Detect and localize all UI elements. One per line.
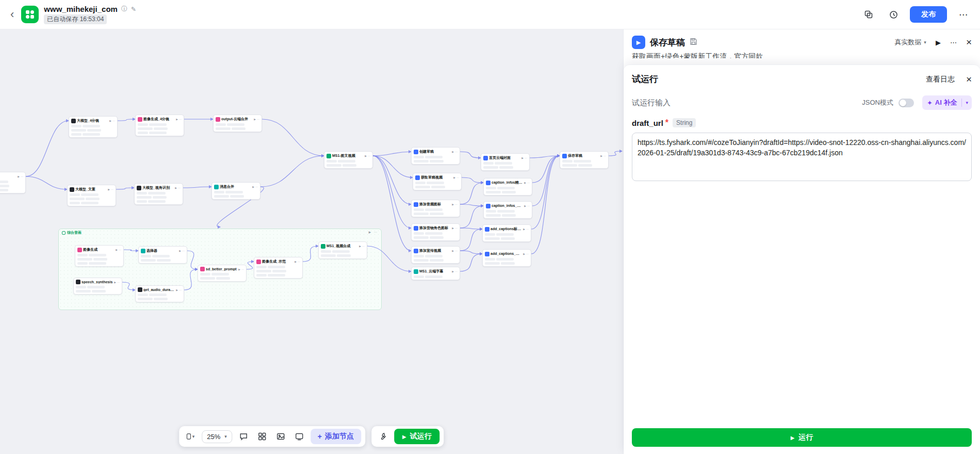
node-run-icon[interactable]: ▶: [254, 118, 256, 121]
node-run-icon[interactable]: ▶: [452, 203, 454, 206]
workflow-node-c4[interactable]: add_captions标题字幕▶⋯: [482, 224, 531, 242]
node-more-icon[interactable]: ⋯: [241, 268, 244, 271]
node-more-icon[interactable]: ⋯: [455, 203, 458, 206]
view-logs-link[interactable]: 查看日志: [926, 75, 955, 84]
node-run-icon[interactable]: ▶: [108, 188, 110, 191]
node-run-icon[interactable]: ▶: [523, 252, 525, 255]
node-run-icon[interactable]: ▶: [18, 175, 20, 178]
workflow-node-r1[interactable]: 创建草稿▶⋯: [411, 147, 460, 165]
history-icon[interactable]: [885, 6, 902, 23]
workflow-node-ms1[interactable]: MS1-图文视频▶⋯: [324, 151, 373, 169]
panel-close-icon[interactable]: ×: [966, 37, 972, 48]
workflow-canvas[interactable]: 综合音画 ▶ ⋯ 开始▶⋯大模型_4分镜▶⋯图像生成_4分镜▶⋯output-云…: [0, 29, 623, 454]
node-more-icon[interactable]: ⋯: [527, 204, 530, 207]
node-run-icon[interactable]: ▶: [452, 226, 454, 230]
back-button[interactable]: ‹: [8, 9, 16, 20]
node-more-icon[interactable]: ⋯: [526, 252, 529, 255]
node-run-icon[interactable]: ▶: [359, 245, 361, 248]
workflow-node-r5[interactable]: 添加宣传视频▶⋯: [411, 246, 460, 264]
node-more-icon[interactable]: ⋯: [112, 119, 115, 122]
workflow-node-g3[interactable]: sd_better_prompt▶⋯: [198, 265, 247, 282]
comment-icon[interactable]: [236, 429, 251, 444]
node-more-icon[interactable]: ⋯: [117, 281, 120, 284]
workflow-node-output[interactable]: output-云端合并▶⋯: [213, 115, 262, 132]
node-run-icon[interactable]: ▶: [452, 249, 454, 252]
save-icon[interactable]: [690, 38, 697, 47]
node-run-icon[interactable]: ▶: [176, 288, 178, 291]
workflow-node-g5[interactable]: MS1_视频合成▶⋯: [318, 241, 367, 259]
add-node-button[interactable]: + 添加节点: [311, 429, 361, 444]
node-more-icon[interactable]: ⋯: [119, 248, 121, 251]
node-run-icon[interactable]: ▶: [109, 119, 111, 122]
info-icon[interactable]: ⓘ: [121, 5, 127, 13]
node-more-icon[interactable]: ⋯: [455, 270, 458, 273]
node-more-icon[interactable]: ⋯: [298, 260, 300, 263]
node-run-icon[interactable]: ▶: [114, 281, 116, 284]
minimap-icon[interactable]: [255, 429, 269, 444]
workflow-node-c1[interactable]: 首页云端封面▶⋯: [481, 153, 530, 171]
workflow-node-merge[interactable]: 消息合并▶⋯: [211, 182, 260, 200]
node-more-icon[interactable]: ⋯: [455, 249, 458, 252]
node-run-icon[interactable]: ▶: [523, 228, 525, 231]
node-run-icon[interactable]: ▶: [179, 249, 181, 252]
node-more-icon[interactable]: ⋯: [526, 228, 529, 231]
workflow-node-r4[interactable]: 添加货物角色图标▶⋯: [411, 223, 460, 241]
run-button[interactable]: ▶ 运行: [632, 428, 972, 447]
workflow-node-llm4[interactable]: 大模型_4分镜▶⋯: [69, 116, 118, 138]
node-run-icon[interactable]: ▶: [116, 248, 118, 251]
workflow-node-c3[interactable]: caption_infos_最终版▶⋯: [483, 201, 532, 219]
device-preview-button[interactable]: ▾: [183, 429, 198, 444]
workflow-node-c5[interactable]: add_captions_旁白字幕▶⋯: [482, 249, 531, 267]
node-more-icon[interactable]: ⋯: [603, 154, 606, 157]
node-run-icon[interactable]: ▶: [524, 204, 526, 207]
node-more-icon[interactable]: ⋯: [179, 118, 182, 121]
node-run-icon[interactable]: ▶: [365, 154, 367, 157]
frame-icon[interactable]: [292, 429, 306, 444]
node-run-icon[interactable]: ▶: [252, 185, 254, 188]
node-more-icon[interactable]: ⋯: [257, 118, 259, 121]
node-run-icon[interactable]: ▶: [521, 156, 524, 159]
node-run-icon[interactable]: ▶: [600, 154, 602, 157]
node-run-icon[interactable]: ▶: [295, 260, 297, 263]
workflow-node-g6[interactable]: speech_synthesis▶⋯: [73, 278, 122, 295]
wrench-icon[interactable]: [375, 429, 390, 444]
canvas-test-run-button[interactable]: ▶ 试运行: [394, 429, 440, 444]
workflow-node-c2[interactable]: caption_infos精确化▶⋯: [483, 178, 532, 196]
node-run-icon[interactable]: ▶: [238, 268, 240, 271]
duplicate-icon[interactable]: [860, 6, 877, 23]
node-more-icon[interactable]: ⋯: [456, 176, 459, 179]
workflow-node-g2[interactable]: 选择器▶⋯: [138, 246, 187, 264]
node-run-icon[interactable]: ▶: [175, 186, 177, 189]
node-run-icon[interactable]: ▶: [452, 150, 454, 153]
node-more-icon[interactable]: ⋯: [179, 288, 182, 291]
node-more-icon[interactable]: ⋯: [525, 156, 527, 159]
node-run-icon[interactable]: ▶: [453, 176, 455, 179]
zoom-select[interactable]: 25% ▾: [202, 430, 232, 443]
node-run-icon[interactable]: ▶: [452, 270, 454, 273]
node-more-icon[interactable]: ⋯: [111, 188, 113, 191]
ai-complete-button[interactable]: ✦ AI 补全 ▾: [922, 95, 972, 110]
workflow-node-r6[interactable]: MS1_云端字幕▶⋯: [411, 267, 460, 280]
edit-title-icon[interactable]: ✎: [131, 6, 136, 13]
publish-button[interactable]: 发布: [910, 6, 947, 23]
workflow-node-img4[interactable]: 图像生成_4分镜▶⋯: [135, 115, 184, 136]
node-more-icon[interactable]: ⋯: [182, 249, 185, 252]
node-more-icon[interactable]: ⋯: [255, 185, 258, 188]
image-icon[interactable]: [273, 429, 288, 444]
workflow-node-llmtext[interactable]: 大模型_文案▶⋯: [67, 185, 116, 206]
node-more-icon[interactable]: ⋯: [362, 245, 365, 248]
workflow-node-llmang[interactable]: 大模型_视角识别▶⋯: [134, 183, 183, 205]
node-more-icon[interactable]: ⋯: [455, 150, 458, 153]
workflow-node-g1[interactable]: 图像生成▶⋯: [75, 245, 124, 267]
draft-url-input[interactable]: https://ts.fyshark.com/#/cozeToJianyin?d…: [632, 133, 972, 181]
data-mode-select[interactable]: 真实数据 ▾: [894, 38, 926, 47]
run-node-icon[interactable]: ▶: [936, 39, 941, 46]
workflow-node-g7[interactable]: get_audio_duration▶⋯: [135, 285, 184, 302]
workflow-node-r3[interactable]: 添加音频图标▶⋯: [411, 200, 460, 217]
node-more-icon[interactable]: ⋯: [21, 175, 23, 178]
node-more-icon[interactable]: ⋯: [527, 181, 530, 184]
json-mode-toggle[interactable]: [899, 99, 914, 107]
workflow-node-final[interactable]: 保存草稿▶⋯: [560, 151, 609, 169]
test-run-close-icon[interactable]: ×: [966, 74, 972, 84]
node-more-icon[interactable]: ⋯: [368, 154, 370, 157]
